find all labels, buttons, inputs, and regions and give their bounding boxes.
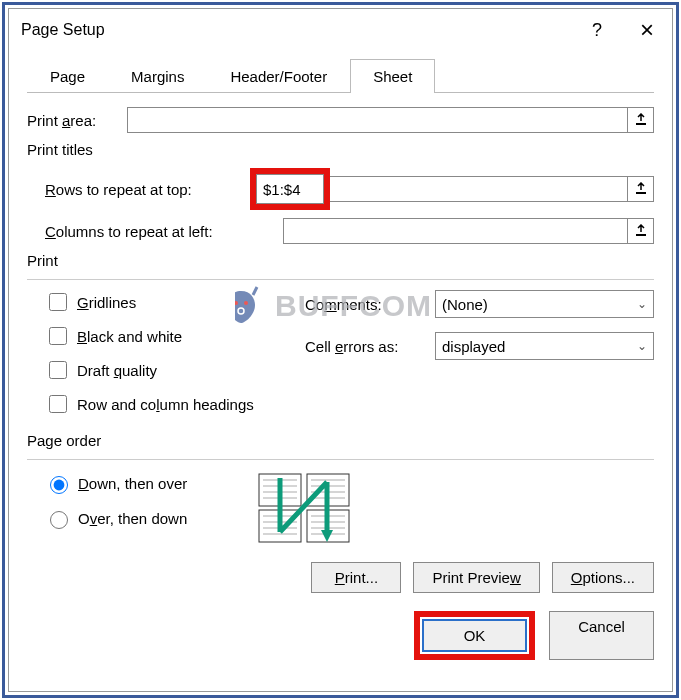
row-col-headings-checkbox[interactable]: Row and column headings xyxy=(45,392,305,416)
comments-label: Comments: xyxy=(305,296,435,313)
rows-repeat-label: Rows to repeat at top: xyxy=(45,181,250,198)
rows-repeat-highlight xyxy=(250,168,330,210)
print-titles-label: Print titles xyxy=(27,141,654,158)
comments-select[interactable]: (None) ⌄ xyxy=(435,290,654,318)
tab-header-footer[interactable]: Header/Footer xyxy=(207,59,350,93)
tab-page[interactable]: Page xyxy=(27,59,108,93)
tab-sheet[interactable]: Sheet xyxy=(350,59,435,93)
svg-rect-0 xyxy=(636,123,646,125)
help-button[interactable]: ? xyxy=(572,9,622,51)
draft-quality-checkbox[interactable]: Draft quality xyxy=(45,358,305,382)
chevron-down-icon: ⌄ xyxy=(637,339,647,353)
cols-repeat-label: Columns to repeat at left: xyxy=(45,223,283,240)
svg-rect-2 xyxy=(636,234,646,236)
collapse-icon xyxy=(634,224,648,238)
page-order-diagram xyxy=(255,470,355,546)
gridlines-checkbox[interactable]: Gridlines xyxy=(45,290,305,314)
tab-strip: Page Margins Header/Footer Sheet xyxy=(27,59,654,93)
cols-repeat-input[interactable] xyxy=(283,218,628,244)
page-setup-dialog: Page Setup ? × Page Margins Header/Foote… xyxy=(8,8,673,692)
options-button[interactable]: Options... xyxy=(552,562,654,593)
chevron-down-icon: ⌄ xyxy=(637,297,647,311)
print-preview-button[interactable]: Print Preview xyxy=(413,562,539,593)
dialog-title: Page Setup xyxy=(21,21,572,39)
cancel-button[interactable]: Cancel xyxy=(549,611,654,660)
cols-repeat-collapse-button[interactable] xyxy=(628,218,654,244)
ok-button[interactable]: OK xyxy=(422,619,527,652)
collapse-icon xyxy=(634,113,648,127)
black-white-checkbox[interactable]: Black and white xyxy=(45,324,305,348)
rows-repeat-input[interactable] xyxy=(256,174,324,204)
titlebar: Page Setup ? × xyxy=(9,9,672,51)
tab-margins[interactable]: Margins xyxy=(108,59,207,93)
svg-rect-1 xyxy=(636,192,646,194)
print-button[interactable]: Print... xyxy=(311,562,401,593)
cell-errors-label: Cell errors as: xyxy=(305,338,435,355)
page-order-label: Page order xyxy=(27,432,654,449)
print-area-input[interactable] xyxy=(127,107,628,133)
ok-highlight: OK xyxy=(414,611,535,660)
rows-repeat-collapse-button[interactable] xyxy=(628,176,654,202)
down-then-over-radio[interactable]: Down, then over xyxy=(45,473,255,494)
cell-errors-select[interactable]: displayed ⌄ xyxy=(435,332,654,360)
print-area-collapse-button[interactable] xyxy=(628,107,654,133)
close-button[interactable]: × xyxy=(622,9,672,51)
print-area-label: Print area: xyxy=(27,112,127,129)
print-section-label: Print xyxy=(27,252,654,269)
over-then-down-radio[interactable]: Over, then down xyxy=(45,508,255,529)
collapse-icon xyxy=(634,182,648,196)
